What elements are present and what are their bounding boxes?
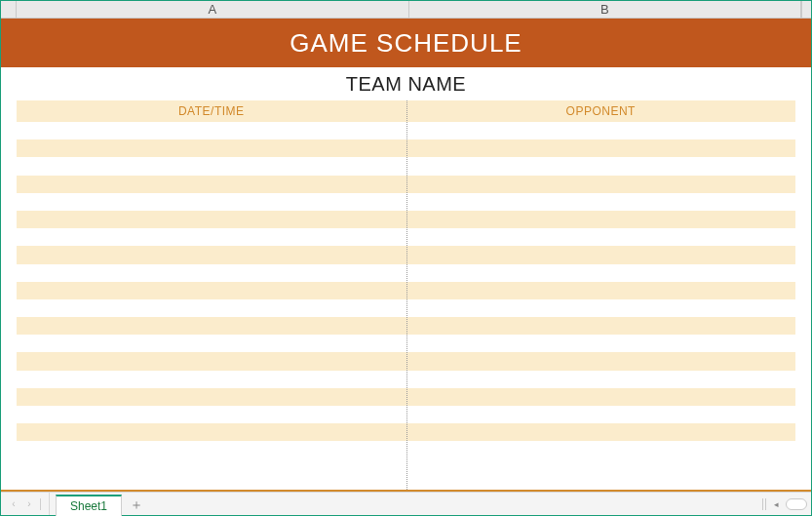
cell-opponent[interactable] — [406, 176, 796, 193]
cell-date-time[interactable] — [17, 441, 406, 458]
cell-opponent[interactable] — [406, 406, 796, 423]
table-row — [17, 193, 795, 211]
cell-date-time[interactable] — [17, 371, 406, 388]
column-gutter-right — [801, 1, 811, 18]
tab-sheet1[interactable]: Sheet1 — [56, 495, 122, 516]
table-header-row: DATE/TIME OPPONENT — [17, 100, 795, 122]
nav-next-icon[interactable]: › — [22, 497, 36, 511]
table-row — [17, 299, 795, 317]
column-header-A[interactable]: A — [17, 1, 409, 18]
cell-opponent[interactable] — [406, 335, 796, 352]
cell-date-time[interactable] — [17, 406, 406, 423]
schedule-table-area: DATE/TIME OPPONENT — [1, 100, 811, 490]
table-row — [17, 441, 795, 458]
cell-date-time[interactable] — [17, 193, 406, 211]
title-text: GAME SCHEDULE — [290, 28, 522, 59]
tab-sheet1-label: Sheet1 — [70, 499, 107, 513]
sheet-tab-bar: ‹ › Sheet1 ＋ ◂ — [1, 492, 811, 515]
hscroll-track[interactable] — [786, 498, 807, 510]
cell-opponent[interactable] — [406, 122, 796, 139]
table-row — [17, 139, 795, 157]
table-row — [17, 317, 795, 335]
hscroll-left-icon[interactable]: ◂ — [770, 498, 782, 510]
table-row — [17, 388, 795, 406]
subtitle-text: TEAM NAME — [346, 73, 466, 96]
cell-opponent[interactable] — [406, 299, 796, 317]
tabs-group: Sheet1 ＋ — [50, 493, 147, 515]
cell-opponent[interactable] — [406, 157, 796, 175]
cell-date-time[interactable] — [17, 176, 406, 193]
column-header-row: A B — [1, 1, 811, 19]
cell-opponent[interactable] — [406, 282, 796, 299]
nav-prev-icon[interactable]: ‹ — [7, 497, 20, 511]
cell-opponent[interactable] — [406, 211, 796, 228]
tab-nav-group: ‹ › — [1, 493, 50, 515]
horizontal-scroll-region: ◂ — [762, 493, 811, 515]
table-row — [17, 335, 795, 352]
cell-date-time[interactable] — [17, 122, 406, 139]
add-sheet-button[interactable]: ＋ — [126, 495, 147, 516]
cell-opponent[interactable] — [406, 317, 796, 335]
cell-date-time[interactable] — [17, 282, 406, 299]
cell-opponent[interactable] — [406, 139, 796, 157]
header-opponent[interactable]: OPPONENT — [406, 100, 796, 122]
cell-date-time[interactable] — [17, 317, 406, 335]
table-row — [17, 122, 795, 139]
cell-date-time[interactable] — [17, 211, 406, 228]
table-row — [17, 264, 795, 282]
cell-date-time[interactable] — [17, 157, 406, 175]
cell-date-time[interactable] — [17, 388, 406, 406]
header-date-time[interactable]: DATE/TIME — [17, 100, 406, 122]
cell-opponent[interactable] — [406, 423, 796, 441]
sheet-surface[interactable]: GAME SCHEDULE TEAM NAME DATE/TIME OPPONE… — [1, 19, 811, 492]
schedule-table: DATE/TIME OPPONENT — [17, 100, 795, 490]
cell-opponent[interactable] — [406, 388, 796, 406]
title-cell[interactable]: GAME SCHEDULE — [1, 19, 811, 67]
cell-date-time[interactable] — [17, 228, 406, 246]
table-row — [17, 423, 795, 441]
nav-separator — [40, 498, 41, 510]
plus-icon: ＋ — [130, 496, 143, 514]
cell-opponent[interactable] — [406, 352, 796, 370]
cell-date-time[interactable] — [17, 246, 406, 263]
cell-opponent[interactable] — [406, 371, 796, 388]
spreadsheet-app: A B GAME SCHEDULE TEAM NAME DATE/TIME OP… — [0, 0, 812, 516]
subtitle-cell[interactable]: TEAM NAME — [1, 67, 811, 100]
cell-date-time[interactable] — [17, 139, 406, 157]
cell-date-time[interactable] — [17, 352, 406, 370]
table-row — [17, 211, 795, 228]
cell-opponent[interactable] — [406, 193, 796, 211]
hscroll-splitter[interactable] — [762, 498, 766, 510]
corner-gutter[interactable] — [1, 1, 17, 18]
cell-opponent[interactable] — [406, 246, 796, 263]
cell-opponent[interactable] — [406, 441, 796, 458]
cell-date-time[interactable] — [17, 335, 406, 352]
table-row — [17, 371, 795, 388]
table-row — [17, 352, 795, 370]
cell-date-time[interactable] — [17, 264, 406, 282]
table-row — [17, 406, 795, 423]
table-row — [17, 157, 795, 175]
table-row — [17, 282, 795, 299]
column-header-B[interactable]: B — [409, 1, 802, 18]
cell-date-time[interactable] — [17, 423, 406, 441]
table-row — [17, 176, 795, 193]
table-row — [17, 246, 795, 263]
cell-opponent[interactable] — [406, 264, 796, 282]
table-row — [17, 228, 795, 246]
cell-date-time[interactable] — [17, 299, 406, 317]
cell-opponent[interactable] — [406, 228, 796, 246]
